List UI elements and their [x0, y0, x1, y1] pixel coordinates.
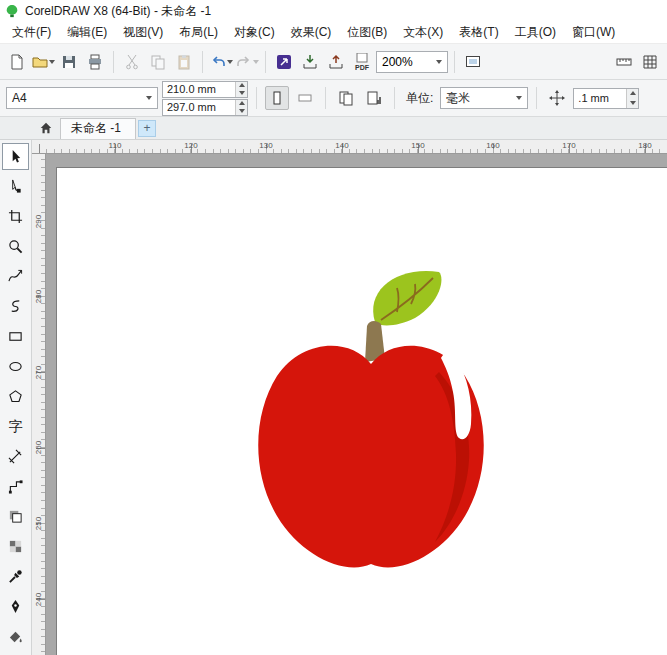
outline-pen-icon	[8, 599, 23, 614]
workspace: 字	[0, 140, 667, 655]
bezier-tool[interactable]	[2, 293, 29, 320]
menu-edit[interactable]: 编辑(E)	[59, 21, 115, 44]
menu-window[interactable]: 窗口(W)	[564, 21, 623, 44]
freehand-icon	[8, 269, 23, 284]
drop-shadow-tool[interactable]	[2, 503, 29, 530]
zoom-caret-icon	[436, 60, 442, 64]
text-tool[interactable]: 字	[2, 413, 29, 440]
menu-bitmaps[interactable]: 位图(B)	[339, 21, 395, 44]
nudge-up-button[interactable]	[627, 89, 638, 99]
paste-button[interactable]	[172, 50, 196, 74]
home-icon	[39, 121, 53, 135]
export-icon	[328, 54, 344, 70]
document-page[interactable]	[56, 167, 667, 655]
nudge-arrows-icon	[549, 90, 565, 106]
connector-icon	[8, 479, 23, 494]
cut-icon	[124, 54, 140, 70]
fullscreen-preview-icon	[465, 54, 481, 70]
freehand-tool[interactable]	[2, 263, 29, 290]
nudge-offset-button[interactable]	[545, 86, 569, 110]
height-up-button[interactable]	[236, 100, 247, 108]
new-document-button[interactable]	[5, 50, 29, 74]
redo-button[interactable]	[235, 50, 259, 74]
coreldraw-window: CorelDRAW X8 (64-Bit) - 未命名 -1 文件(F) 编辑(…	[0, 0, 667, 655]
menu-tools[interactable]: 工具(O)	[507, 21, 564, 44]
menu-text[interactable]: 文本(X)	[395, 21, 451, 44]
polygon-tool[interactable]	[2, 383, 29, 410]
page-width-input[interactable]: 210.0 mm	[162, 81, 248, 98]
import-button[interactable]	[298, 50, 322, 74]
landscape-button[interactable]	[293, 86, 317, 110]
connector-tool[interactable]	[2, 473, 29, 500]
nudge-offset-input[interactable]: .1 mm	[573, 88, 639, 109]
zoom-tool[interactable]	[2, 233, 29, 260]
export-button[interactable]	[324, 50, 348, 74]
new-document-icon	[9, 54, 25, 70]
shape-icon	[8, 179, 23, 194]
save-button[interactable]	[57, 50, 81, 74]
menu-layout[interactable]: 布局(L)	[171, 21, 226, 44]
all-pages-icon	[338, 90, 354, 106]
welcome-home-button[interactable]	[34, 118, 58, 138]
app-launcher-button[interactable]	[272, 50, 296, 74]
zoom-level-combobox[interactable]: 200%	[376, 51, 448, 73]
dimension-tool[interactable]	[2, 443, 29, 470]
propbar-separator	[394, 87, 395, 109]
units-combobox[interactable]: 毫米	[440, 87, 528, 109]
drawing-canvas[interactable]	[46, 154, 667, 655]
menu-object[interactable]: 对象(C)	[226, 21, 283, 44]
show-grid-button[interactable]	[638, 50, 662, 74]
height-down-button[interactable]	[236, 107, 247, 115]
pick-tool[interactable]	[2, 143, 29, 170]
ellipse-tool[interactable]	[2, 353, 29, 380]
redo-icon	[236, 54, 252, 70]
vruler-label: 250	[34, 514, 43, 534]
cut-button[interactable]	[120, 50, 144, 74]
redo-caret-icon	[253, 60, 259, 64]
units-value: 毫米	[446, 90, 470, 107]
vruler-label: 270	[34, 363, 43, 383]
fill-tool[interactable]	[2, 623, 29, 650]
rectangle-tool[interactable]	[2, 323, 29, 350]
hruler-label: 110	[104, 141, 126, 150]
eyedropper-tool[interactable]	[2, 563, 29, 590]
width-up-button[interactable]	[236, 82, 247, 90]
current-page-button[interactable]	[362, 86, 386, 110]
open-caret-icon	[49, 60, 55, 64]
menu-file[interactable]: 文件(F)	[4, 21, 59, 44]
width-down-button[interactable]	[236, 89, 247, 97]
page-height-input[interactable]: 297.0 mm	[162, 99, 248, 116]
shape-tool[interactable]	[2, 173, 29, 200]
menu-view[interactable]: 视图(V)	[115, 21, 171, 44]
all-pages-button[interactable]	[334, 86, 358, 110]
open-button[interactable]	[31, 50, 55, 74]
drop-shadow-icon	[8, 509, 23, 524]
menu-bar: 文件(F) 编辑(E) 视图(V) 布局(L) 对象(C) 效果(C) 位图(B…	[0, 22, 667, 44]
menu-table[interactable]: 表格(T)	[451, 21, 506, 44]
portrait-button[interactable]	[265, 86, 289, 110]
nudge-down-button[interactable]	[627, 98, 638, 108]
transparency-tool[interactable]	[2, 533, 29, 560]
units-caret-icon	[516, 96, 522, 100]
fullscreen-preview-button[interactable]	[461, 50, 485, 74]
page-dimensions: 210.0 mm 297.0 mm	[162, 81, 248, 116]
page-size-caret-icon	[146, 96, 152, 100]
show-rulers-button[interactable]	[612, 50, 636, 74]
menu-effects[interactable]: 效果(C)	[283, 21, 340, 44]
print-button[interactable]	[83, 50, 107, 74]
grid-icon	[642, 54, 658, 70]
copy-button[interactable]	[146, 50, 170, 74]
pdf-export-button[interactable]: PDF	[350, 50, 374, 74]
add-page-button[interactable]: +	[138, 120, 156, 137]
horizontal-ruler[interactable]: 110 120 130 140 150 160 170 180	[32, 140, 667, 154]
outline-pen-tool[interactable]	[2, 593, 29, 620]
apple-artwork[interactable]	[251, 264, 491, 574]
undo-button[interactable]	[209, 50, 233, 74]
vertical-ruler[interactable]: 290 280 270 260 250 240	[32, 154, 46, 655]
crop-tool[interactable]	[2, 203, 29, 230]
page-size-combobox[interactable]: A4	[6, 87, 158, 109]
standard-toolbar: PDF 200%	[0, 44, 667, 80]
document-tab-active[interactable]: 未命名 -1	[60, 118, 136, 139]
window-title: CorelDRAW X8 (64-Bit) - 未命名 -1	[25, 3, 211, 20]
undo-caret-icon	[227, 60, 233, 64]
